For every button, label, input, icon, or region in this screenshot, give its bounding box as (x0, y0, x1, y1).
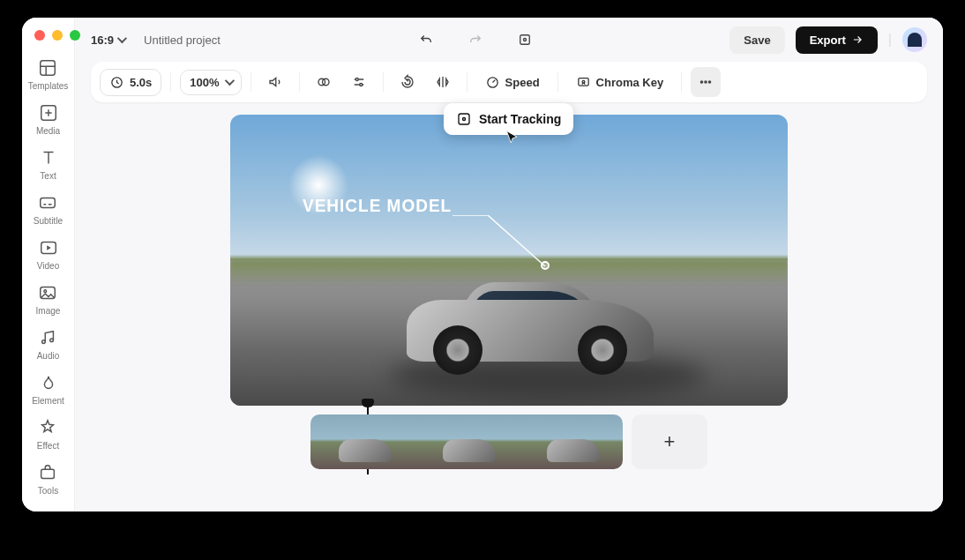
video-icon (39, 238, 58, 258)
svg-rect-17 (578, 78, 587, 86)
sidebar-video[interactable]: Video (37, 238, 59, 271)
avatar[interactable] (902, 27, 927, 52)
svg-rect-9 (520, 35, 529, 45)
thumb-frame[interactable] (310, 414, 415, 469)
volume-button[interactable] (260, 67, 290, 97)
speed-button[interactable]: Speed (476, 70, 549, 95)
undo-button[interactable] (411, 25, 441, 55)
max-dot[interactable] (70, 30, 80, 41)
svg-point-23 (463, 118, 466, 121)
svg-point-19 (701, 81, 703, 83)
more-button[interactable] (691, 67, 721, 97)
sidebar-effect[interactable]: Effect (37, 418, 59, 451)
tracking-icon (456, 111, 472, 127)
clip-thumbnails[interactable] (310, 414, 623, 469)
export-button[interactable]: Export (796, 26, 878, 54)
arrow-right-icon (851, 34, 864, 46)
clip-toolbar: 5.0s 100% Speed Chroma Key (91, 62, 927, 102)
flip-button[interactable] (428, 67, 458, 97)
close-dot[interactable] (34, 30, 45, 41)
sidebar: Templates Media Text Subtitle Video Imag… (22, 18, 75, 511)
svg-rect-2 (41, 198, 56, 208)
svg-rect-0 (41, 61, 56, 76)
chroma-icon (576, 75, 591, 90)
subtitle-icon (38, 193, 57, 213)
preview-canvas[interactable]: VEHICLE MODEL (230, 115, 788, 406)
topbar: 16:9 Untitled project Save Export | (75, 18, 943, 62)
rotate-button[interactable] (393, 67, 423, 97)
chevron-down-icon (224, 76, 234, 86)
traffic-lights (34, 30, 80, 41)
sidebar-image[interactable]: Image (36, 283, 61, 316)
svg-point-13 (322, 78, 329, 86)
project-title[interactable]: Untitled project (144, 34, 221, 47)
svg-point-7 (50, 339, 54, 342)
callout-label[interactable]: VEHICLE MODEL (303, 195, 452, 216)
element-icon (39, 373, 58, 392)
svg-point-15 (359, 84, 362, 86)
thumb-frame[interactable] (415, 414, 519, 469)
svg-point-5 (44, 290, 47, 293)
sidebar-element[interactable]: Element (32, 373, 64, 406)
svg-rect-22 (459, 114, 469, 124)
tools-icon (38, 463, 57, 482)
sidebar-audio[interactable]: Audio (37, 328, 60, 361)
duration-control[interactable]: 5.0s (100, 69, 161, 96)
callout-anchor[interactable] (541, 261, 550, 270)
svg-point-21 (709, 81, 711, 83)
timeline[interactable]: + (310, 414, 707, 469)
sidebar-media[interactable]: Media (36, 103, 60, 136)
canvas-area: Start Tracking VEHICLE MODEL (75, 102, 943, 511)
color-button[interactable] (309, 67, 339, 97)
clock-icon (109, 75, 124, 90)
svg-point-20 (705, 81, 707, 83)
media-icon (39, 103, 58, 123)
adjust-button[interactable] (344, 67, 374, 97)
image-icon (38, 283, 57, 302)
svg-point-10 (523, 39, 526, 41)
templates-icon (38, 58, 57, 78)
svg-rect-8 (41, 469, 55, 478)
chevron-down-icon (117, 34, 127, 43)
aspect-ratio-dropdown[interactable]: 16:9 (91, 34, 124, 47)
sidebar-subtitle[interactable]: Subtitle (34, 193, 63, 226)
svg-point-6 (42, 340, 46, 344)
sidebar-templates[interactable]: Templates (28, 58, 69, 91)
chroma-key-button[interactable]: Chroma Key (567, 70, 673, 95)
audio-icon (38, 328, 57, 347)
crop-button[interactable] (510, 25, 540, 55)
sidebar-tools[interactable]: Tools (38, 463, 58, 496)
sidebar-text[interactable]: Text (39, 148, 58, 181)
min-dot[interactable] (52, 30, 63, 41)
cursor-icon (504, 129, 521, 150)
effect-icon (38, 418, 57, 437)
redo-button[interactable] (460, 25, 490, 55)
svg-point-14 (355, 78, 358, 81)
zoom-dropdown[interactable]: 100% (180, 70, 241, 95)
save-button[interactable]: Save (729, 26, 784, 54)
thumb-frame[interactable] (519, 414, 623, 469)
callout-line (453, 215, 567, 268)
speed-icon (485, 75, 500, 90)
add-clip-button[interactable]: + (632, 414, 707, 469)
text-icon (39, 148, 58, 168)
